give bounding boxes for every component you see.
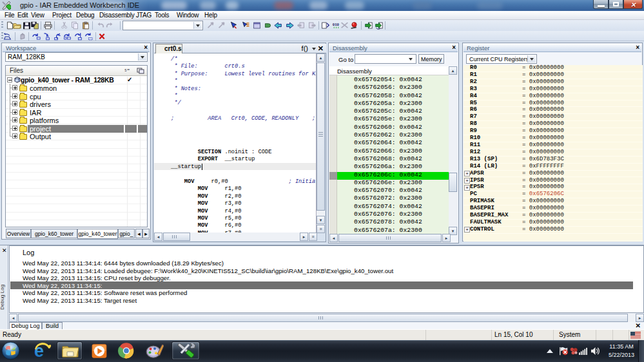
svg-text:010: 010 (333, 23, 340, 27)
svg-text:⁵⁼: ⁵⁼ (124, 68, 130, 74)
